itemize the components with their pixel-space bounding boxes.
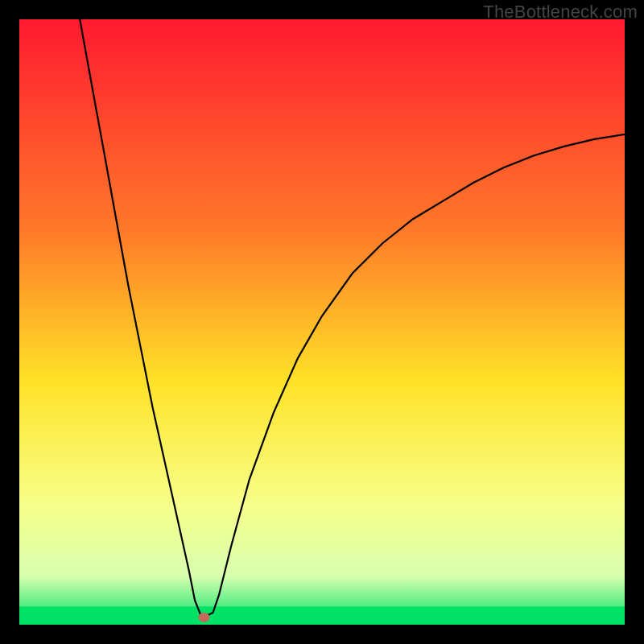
chart-frame: TheBottleneck.com — [0, 0, 644, 644]
heat-gradient-background — [19, 19, 625, 625]
plot-area — [19, 19, 625, 625]
minimum-marker — [198, 613, 209, 622]
bottom-green-band — [19, 606, 625, 625]
chart-svg — [19, 19, 625, 625]
watermark-text: TheBottleneck.com — [483, 2, 638, 23]
